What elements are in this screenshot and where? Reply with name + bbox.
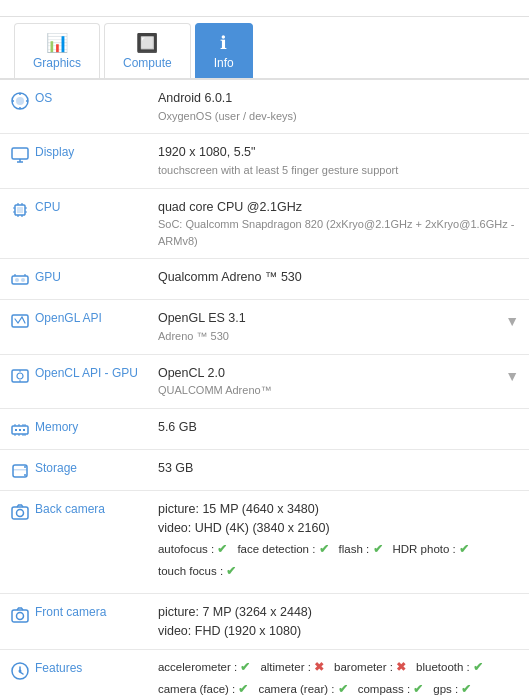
- graphics-tab-label: Graphics: [33, 56, 81, 70]
- graphics-tab-icon: 📊: [46, 32, 68, 54]
- value-cell-opencl: OpenCL 2.0▼QUALCOMM Adreno™: [148, 354, 529, 408]
- svg-rect-3: [17, 207, 23, 213]
- feature-touchfocus: touch focus : ✔: [158, 563, 236, 580]
- svg-rect-4: [12, 276, 28, 284]
- info-tab-icon: ℹ: [220, 32, 227, 54]
- feature-accelerometer: accelerometer : ✔: [158, 659, 250, 676]
- spec-main-gpu: Qualcomm Adreno ™ 530: [158, 268, 519, 287]
- label-cell-os: OS: [0, 80, 148, 134]
- page-title: [0, 0, 529, 17]
- svg-rect-14: [13, 469, 27, 471]
- spec-main-backcamera: picture: 15 MP (4640 x 3480)video: UHD (…: [158, 500, 519, 538]
- svg-point-16: [24, 474, 26, 476]
- value-cell-os: Android 6.0.1OxygenOS (user / dev-keys): [148, 80, 529, 134]
- label-text-backcamera: Back camera: [35, 502, 105, 516]
- svg-point-6: [21, 278, 25, 282]
- dropdown-arrow-opengl[interactable]: ▼: [505, 311, 519, 332]
- feature-barometer: barometer : ✖: [334, 659, 406, 676]
- label-cell-memory: Memory: [0, 408, 148, 449]
- compute-tab-icon: 🔲: [136, 32, 158, 54]
- spec-sub-cpu: SoC: Qualcomm Snapdragon 820 (2xKryo@2.1…: [158, 216, 519, 249]
- feature-flash: flash : ✔: [339, 541, 383, 558]
- label-text-display: Display: [35, 145, 74, 159]
- os-icon: [10, 91, 30, 111]
- svg-point-5: [15, 278, 19, 282]
- check-icon: ✔: [238, 683, 248, 695]
- cross-icon: ✖: [396, 661, 406, 673]
- backcamera-icon: [10, 502, 30, 522]
- label-cell-frontcamera: Front camera: [0, 593, 148, 650]
- storage-icon: [10, 461, 30, 481]
- tab-graphics[interactable]: 📊Graphics: [14, 23, 100, 78]
- spec-sub-os: OxygenOS (user / dev-keys): [158, 108, 519, 125]
- value-cell-memory: 5.6 GB: [148, 408, 529, 449]
- spec-sub-opengl: Adreno ™ 530: [158, 328, 519, 345]
- row-memory: Memory 5.6 GB: [0, 408, 529, 449]
- row-os: OS Android 6.0.1OxygenOS (user / dev-key…: [0, 80, 529, 134]
- feature-camerarear: camera (rear) : ✔: [258, 681, 347, 698]
- value-cell-backcamera: picture: 15 MP (4640 x 3480)video: UHD (…: [148, 490, 529, 593]
- check-icon: ✔: [319, 543, 329, 555]
- svg-point-18: [17, 509, 24, 516]
- label-text-storage: Storage: [35, 461, 77, 475]
- tab-compute[interactable]: 🔲Compute: [104, 23, 191, 78]
- feature-HDRphoto: HDR photo : ✔: [393, 541, 469, 558]
- feature-facedetection: face detection : ✔: [237, 541, 328, 558]
- spec-sub-display: touchscreen with at least 5 finger gestu…: [158, 162, 519, 179]
- label-cell-backcamera: Back camera: [0, 490, 148, 593]
- label-cell-opengl: OpenGL API: [0, 300, 148, 354]
- value-cell-features: accelerometer : ✔altimeter : ✖barometer …: [148, 650, 529, 700]
- spec-main-opengl: OpenGL ES 3.1▼: [158, 309, 519, 328]
- check-icon: ✔: [459, 543, 469, 555]
- compute-tab-label: Compute: [123, 56, 172, 70]
- memory-icon: [10, 420, 30, 440]
- label-text-frontcamera: Front camera: [35, 605, 106, 619]
- tab-info[interactable]: ℹInfo: [195, 23, 253, 78]
- opengl-icon: [10, 311, 30, 331]
- label-text-memory: Memory: [35, 420, 78, 434]
- label-text-opengl: OpenGL API: [35, 311, 102, 325]
- cpu-icon: [10, 200, 30, 220]
- spec-main-frontcamera: picture: 7 MP (3264 x 2448)video: FHD (1…: [158, 603, 519, 641]
- feature-bluetooth: bluetooth : ✔: [416, 659, 483, 676]
- spec-main-storage: 53 GB: [158, 459, 519, 478]
- spec-main-memory: 5.6 GB: [158, 418, 519, 437]
- dropdown-arrow-opencl[interactable]: ▼: [505, 366, 519, 387]
- svg-rect-12: [23, 429, 25, 431]
- label-text-cpu: CPU: [35, 200, 60, 214]
- value-cell-opengl: OpenGL ES 3.1▼Adreno ™ 530: [148, 300, 529, 354]
- check-icon: ✔: [338, 683, 348, 695]
- cross-icon: ✖: [314, 661, 324, 673]
- label-text-features: Features: [35, 661, 82, 675]
- value-cell-gpu: Qualcomm Adreno ™ 530: [148, 259, 529, 300]
- check-icon: ✔: [217, 543, 227, 555]
- row-storage: Storage 53 GB: [0, 449, 529, 490]
- row-cpu: CPU quad core CPU @2.1GHzSoC: Qualcomm S…: [0, 188, 529, 259]
- label-cell-gpu: GPU: [0, 259, 148, 300]
- frontcamera-icon: [10, 605, 30, 625]
- spec-main-cpu: quad core CPU @2.1GHz: [158, 198, 519, 217]
- opencl-icon: [10, 366, 30, 386]
- svg-rect-1: [12, 148, 28, 159]
- check-icon: ✔: [373, 543, 383, 555]
- label-cell-storage: Storage: [0, 449, 148, 490]
- spec-sub-opencl: QUALCOMM Adreno™: [158, 382, 519, 399]
- feature-autofocus: autofocus : ✔: [158, 541, 227, 558]
- row-frontcamera: Front camera picture: 7 MP (3264 x 2448)…: [0, 593, 529, 650]
- tabs-bar: 📊Graphics🔲ComputeℹInfo: [0, 17, 529, 80]
- label-cell-features: Features: [0, 650, 148, 700]
- spec-main-os: Android 6.0.1: [158, 89, 519, 108]
- value-cell-frontcamera: picture: 7 MP (3264 x 2448)video: FHD (1…: [148, 593, 529, 650]
- display-icon: [10, 145, 30, 165]
- svg-rect-10: [15, 429, 17, 431]
- feature-cameraface: camera (face) : ✔: [158, 681, 249, 698]
- svg-rect-11: [19, 429, 21, 431]
- check-icon: ✔: [240, 661, 250, 673]
- row-display: Display 1920 x 1080, 5.5"touchscreen wit…: [0, 134, 529, 188]
- info-table: OS Android 6.0.1OxygenOS (user / dev-key…: [0, 80, 529, 700]
- row-features: Features accelerometer : ✔altimeter : ✖b…: [0, 650, 529, 700]
- label-cell-display: Display: [0, 134, 148, 188]
- svg-point-15: [24, 466, 26, 468]
- row-opengl: OpenGL API OpenGL ES 3.1▼Adreno ™ 530: [0, 300, 529, 354]
- row-gpu: GPU Qualcomm Adreno ™ 530: [0, 259, 529, 300]
